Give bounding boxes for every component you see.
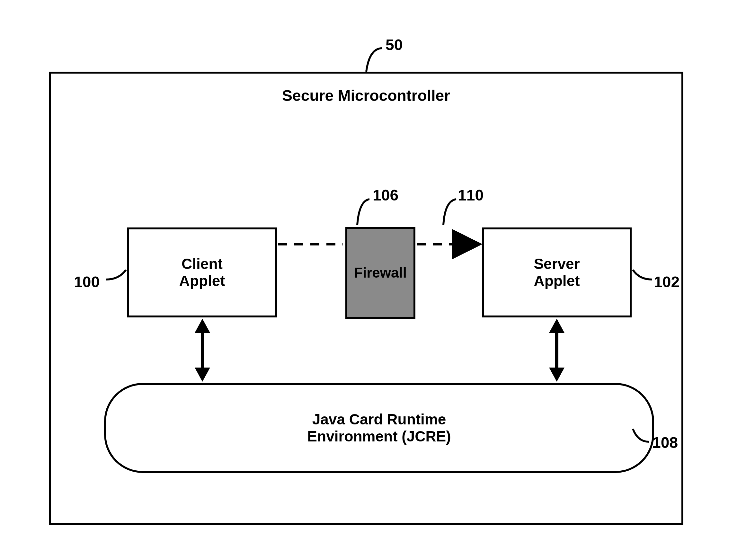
client-line-2: Applet (179, 272, 225, 289)
jcre-box: Java Card Runtime Environment (JCRE) (104, 383, 654, 473)
client-applet-box: Client Applet (127, 227, 277, 317)
label-102: 102 (654, 273, 679, 291)
label-108: 108 (652, 434, 678, 451)
label-50: 50 (386, 36, 403, 54)
server-line-1: Server (534, 255, 580, 272)
label-106: 106 (373, 186, 398, 204)
firewall-box: Firewall (345, 227, 415, 319)
server-line-2: Applet (534, 272, 580, 289)
label-100: 100 (74, 273, 100, 291)
diagram-title: Secure Microcontroller (49, 87, 683, 104)
jcre-line-2: Environment (JCRE) (307, 428, 451, 445)
client-line-1: Client (182, 255, 223, 272)
firewall-label: Firewall (354, 265, 407, 281)
jcre-line-1: Java Card Runtime (312, 411, 446, 428)
label-110: 110 (458, 186, 484, 204)
server-applet-box: Server Applet (482, 227, 632, 317)
diagram-canvas: Secure Microcontroller 50 Client Applet … (0, 0, 737, 560)
